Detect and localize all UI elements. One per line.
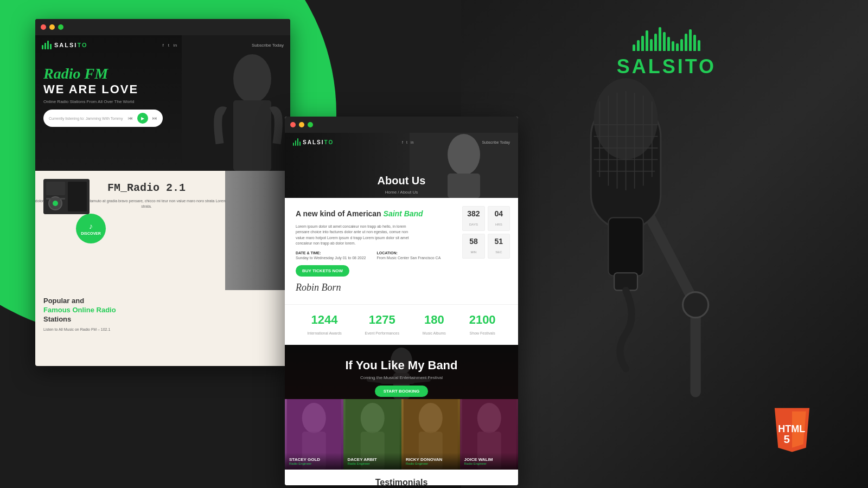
browser-minimize-dot xyxy=(49,24,55,30)
hero-navigation: SALSITO f t in Subscribe Today xyxy=(35,41,290,49)
about-logo: SALSITO xyxy=(293,138,334,146)
date-label: DATE & TIME: xyxy=(296,251,366,255)
logo-bar xyxy=(698,40,700,51)
location-value: From Music Center San Francisco CA xyxy=(376,256,441,260)
next-button[interactable]: ⏭ xyxy=(152,115,157,121)
browser-window-main: SALSITO f t in Subscribe Today Radio FM … xyxy=(35,19,290,366)
artist-card-stacey[interactable]: STACEY GOLD Radio Engineer xyxy=(285,399,343,470)
svg-rect-25 xyxy=(233,100,271,171)
logo-bar xyxy=(654,34,657,51)
browser-minimize-dot-2 xyxy=(299,122,304,127)
social-icon-ig: in xyxy=(174,43,177,48)
logo-bar xyxy=(637,40,640,51)
logo-text: SALSITO xyxy=(617,55,716,78)
stat-perf-number: 1275 xyxy=(365,313,399,327)
browser-maximize-dot-2 xyxy=(308,122,313,127)
play-button[interactable]: ▶ xyxy=(137,113,148,124)
about-page-title: About Us xyxy=(378,175,426,187)
social-icon-fb: f xyxy=(162,43,163,48)
stat-hrs-number: 04 xyxy=(493,209,505,218)
logo-bar xyxy=(693,35,696,51)
stat-mins: 58 MIN xyxy=(462,234,484,259)
svg-point-30 xyxy=(53,201,58,206)
mic-visual xyxy=(521,43,835,450)
buy-tickets-button[interactable]: BUY TICKETS NOW xyxy=(296,265,349,277)
svg-rect-28 xyxy=(68,182,87,211)
event-location: LOCATION: From Music Center San Francisc… xyxy=(376,251,441,260)
stat-secs-label: SEC xyxy=(495,251,502,254)
artist-dacey-role: Radio Engineer xyxy=(348,462,398,465)
radio-image-svg xyxy=(43,179,90,214)
artist-card-joice[interactable]: JOICE WALIM Radio Engineer xyxy=(460,399,519,470)
start-booking-button[interactable]: START BOOKING xyxy=(375,386,429,397)
stat-days-label: Days xyxy=(469,223,478,226)
date-value: Sunday to Wednesday July 01 to 08 2022 xyxy=(296,256,366,260)
svg-text:HTML: HTML xyxy=(778,423,805,434)
event-stats-grid: 382 Days 04 HRS 58 MIN 51 SEC xyxy=(462,206,510,259)
music-note-icon: ♪ xyxy=(89,222,93,230)
band-title: If You Like My Band xyxy=(296,358,507,373)
popular-title-line2-green: Famous Online Radio xyxy=(43,306,116,314)
subscribe-link[interactable]: Subscribe Today xyxy=(252,43,284,48)
popular-title: Popular and Famous Online Radio Stations xyxy=(43,297,282,324)
hero-section: SALSITO f t in Subscribe Today Radio FM … xyxy=(35,35,290,171)
stat-secs-number: 51 xyxy=(493,237,505,246)
discover-btn-label: DISCOVER xyxy=(81,232,101,235)
big-stat-performances: 1275 Event Performances xyxy=(365,313,399,337)
logo-bar xyxy=(650,39,653,51)
stat-awards-number: 1244 xyxy=(307,313,341,327)
artist-stacey-role: Radio Engineer xyxy=(289,462,339,465)
stat-awards-label: International Awards xyxy=(307,331,341,335)
audio-player[interactable]: Currently listening to: Jamming With Tom… xyxy=(43,110,163,127)
discover-button[interactable]: ♪ DISCOVER xyxy=(76,214,106,243)
logo-bar xyxy=(659,27,661,51)
subscribe-today[interactable]: Subscribe Today xyxy=(482,140,510,144)
stat-hrs: 04 HRS xyxy=(488,206,510,231)
svg-point-2 xyxy=(683,292,709,318)
artist-dacey-name: DACEY ARBIT xyxy=(348,457,398,462)
stat-mins-label: MIN xyxy=(470,251,476,254)
browser-close-dot xyxy=(41,24,46,30)
artist-card-dacey[interactable]: DACEY ARBIT Radio Engineer xyxy=(343,399,402,470)
hero-subtitle: Online Radio Stations From All Over The … xyxy=(43,99,163,104)
artist-dacey-overlay: DACEY ARBIT Radio Engineer xyxy=(343,453,402,470)
logo-bar xyxy=(633,44,635,51)
about-navigation: SALSITO f t in Subscribe Today xyxy=(285,138,518,146)
content-area: SALSITO f t in Subscribe Today Radio FM … xyxy=(35,19,524,474)
svg-rect-31 xyxy=(46,198,65,200)
social-icon-tw: t xyxy=(168,43,169,48)
stat-festivals-number: 2100 xyxy=(469,313,496,327)
artist-stacey-overlay: STACEY GOLD Radio Engineer xyxy=(285,453,343,470)
social-fb: f xyxy=(402,140,403,144)
artists-row: STACEY GOLD Radio Engineer DACEY ARBIT R… xyxy=(285,399,518,470)
stat-albums-number: 180 xyxy=(423,313,446,327)
stat-secs: 51 SEC xyxy=(488,234,510,259)
signature: Robin Born xyxy=(296,282,507,293)
html5-badge: HTML 5 xyxy=(770,404,814,455)
svg-point-44 xyxy=(360,403,384,433)
logo-bar xyxy=(667,37,670,51)
big-stats-row: 1244 International Awards 1275 Event Per… xyxy=(285,304,518,345)
about-title-part1: A new kind of American xyxy=(296,209,384,218)
artist-ricky-name: RICKY DONOVAN xyxy=(406,457,456,462)
stat-festivals-label: Show Festivals xyxy=(470,331,495,335)
browser-close-dot-2 xyxy=(290,122,296,127)
about-title-green: Saint Band xyxy=(384,209,423,218)
logo-bar xyxy=(685,34,687,51)
about-content: A new kind of American Saint Band 382 Da… xyxy=(285,198,518,304)
hero-content: Radio FM WE ARE LOVE Online Radio Statio… xyxy=(43,65,163,127)
hero-background-person xyxy=(182,35,290,171)
logo-bar xyxy=(689,29,692,51)
svg-point-24 xyxy=(233,54,271,103)
popular-title-line3: Stations xyxy=(43,315,71,323)
browser-maximize-dot xyxy=(58,24,63,30)
player-controls: ⏮ xyxy=(128,115,133,121)
stat-mins-number: 58 xyxy=(467,237,480,246)
brand-logo: SALSITO xyxy=(617,27,716,78)
svg-rect-34 xyxy=(448,174,480,198)
prev-button[interactable]: ⏮ xyxy=(128,115,133,121)
logo-text-part1: SALSI xyxy=(617,55,685,78)
logo-bar xyxy=(641,36,644,51)
artist-joice-name: JOICE WALIM xyxy=(464,457,514,462)
artist-card-ricky[interactable]: RICKY DONOVAN Radio Engineer xyxy=(401,399,460,470)
